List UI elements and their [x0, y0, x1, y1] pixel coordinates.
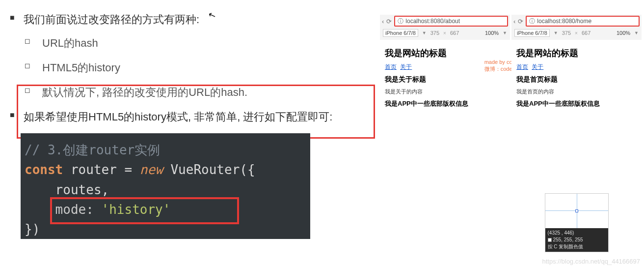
nav-back-icon[interactable]: ‹: [382, 18, 384, 25]
address-bar[interactable]: ⓘ localhost:8080/about: [394, 16, 508, 27]
code-mode-prop: mode:: [25, 202, 102, 217]
code-snippet: // 3.创建router实例 const router = new VueRo…: [21, 133, 310, 239]
devtools-color-popover: (4325 , 446) 255, 255, 255 按 C 复制颜色值: [545, 193, 609, 252]
reload-icon[interactable]: ⟳: [518, 18, 523, 25]
footer-text: 我是APP中一些底部版权信息: [385, 99, 505, 108]
copy-hint: 按 C 复制颜色值: [548, 243, 606, 250]
device-toolbar[interactable]: iPhone 6/7/8 ▼ 375 × 667 100% ▼: [380, 28, 510, 38]
section-title: 我是首页标题: [516, 75, 637, 84]
dim-height: 667: [582, 30, 590, 36]
sub-default-hash: 默认情况下, 路径的改变使用的URL的hash.: [24, 85, 377, 100]
device-name[interactable]: iPhone 6/7/8: [514, 29, 550, 37]
dim-width: 375: [562, 30, 571, 36]
chevron-down-icon: ▼: [422, 30, 427, 35]
nav-links: 首页 关于: [385, 63, 505, 71]
bullet-config: 如果希望使用HTML5的history模式, 非常简单, 进行如下配置即可:: [10, 110, 377, 124]
browser-preview-about: ‹ ⟳ ⓘ localhost:8080/about iPhone 6/7/8 …: [380, 15, 510, 267]
sub-html5-history: HTML5的history: [24, 60, 377, 75]
browser-previews: ‹ ⟳ ⓘ localhost:8080/about iPhone 6/7/8 …: [377, 0, 644, 267]
csdn-watermark: https://blog.csdn.net/qq_44166697: [542, 258, 641, 265]
site-title: 我是网站的标题: [385, 47, 505, 59]
address-bar[interactable]: ⓘ localhost:8080/home: [526, 16, 640, 27]
zoom-value[interactable]: 100%: [485, 30, 499, 36]
pointer-coords: (4325 , 446): [548, 230, 606, 237]
reload-icon[interactable]: ⟳: [386, 18, 392, 25]
color-swatch-icon: [548, 238, 552, 242]
code-routes: routes,: [25, 182, 109, 197]
page-body-about: 我是网站的标题 首页 关于 我是关于标题 我是关于的内容 我是APP中一些底部版…: [380, 40, 510, 267]
rgb-value: 255, 255, 255: [553, 237, 583, 242]
chevron-down-icon: ▼: [634, 30, 639, 35]
color-picker-dot-icon: [575, 209, 578, 212]
chevron-down-icon: ▼: [503, 30, 507, 35]
browser-preview-home: ‹ ⟳ ⓘ localhost:8080/home iPhone 6/7/8 ▼…: [511, 15, 642, 267]
code-mode-value: 'history': [102, 202, 171, 217]
dim-x-icon: ×: [575, 30, 578, 36]
code-kw-const: const: [25, 162, 63, 177]
chevron-down-icon: ▼: [554, 30, 558, 35]
code-kw-new: new: [140, 162, 163, 177]
bullet-intro: 我们前面说过改变路径的方式有两种: URL的hash HTML5的history…: [10, 12, 377, 100]
code-ident: router =: [63, 162, 140, 177]
device-name[interactable]: iPhone 6/7/8: [383, 29, 418, 37]
link-home[interactable]: 首页: [385, 63, 397, 70]
sub-url-hash: URL的hash: [24, 36, 377, 51]
link-about[interactable]: 关于: [532, 63, 543, 70]
link-about[interactable]: 关于: [400, 63, 412, 70]
dim-x-icon: ×: [443, 30, 446, 36]
section-title: 我是关于标题: [385, 75, 505, 84]
nav-back-icon[interactable]: ‹: [513, 18, 515, 25]
bullet-intro-text: 我们前面说过改变路径的方式有两种:: [24, 13, 199, 26]
color-picker-grid[interactable]: [545, 194, 608, 228]
zoom-value[interactable]: 100%: [617, 30, 630, 36]
link-home[interactable]: 首页: [516, 63, 528, 70]
info-icon: ⓘ: [398, 17, 403, 26]
code-comment: // 3.创建router实例: [25, 143, 160, 157]
dim-width: 375: [430, 30, 439, 36]
url-text: localhost:8080/home: [537, 18, 591, 25]
info-icon: ⓘ: [529, 17, 535, 26]
code-class: VueRouter({: [163, 162, 255, 177]
page-body-home: 我是网站的标题 首页 关于 我是首页标题 我是首页的内容 我是APP中一些底部版…: [511, 40, 642, 267]
section-content: 我是关于的内容: [385, 88, 505, 95]
footer-text: 我是APP中一些底部版权信息: [516, 99, 637, 108]
device-toolbar[interactable]: iPhone 6/7/8 ▼ 375 × 667 100% ▼: [511, 28, 642, 38]
site-title: 我是网站的标题: [516, 47, 637, 59]
nav-links: 首页 关于: [516, 63, 637, 71]
dim-height: 667: [450, 30, 459, 36]
section-content: 我是首页的内容: [516, 88, 637, 95]
code-close: }): [25, 222, 40, 237]
url-text: localhost:8080/about: [405, 18, 460, 25]
explanation-panel: ↖ 我们前面说过改变路径的方式有两种: URL的hash HTML5的histo…: [0, 0, 377, 267]
